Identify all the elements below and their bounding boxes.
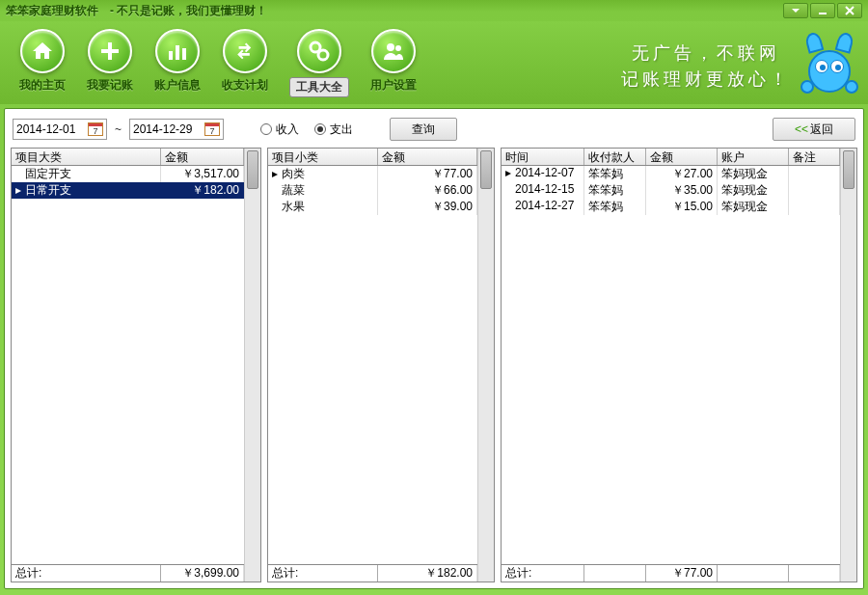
subcategory-pane: 项目小类 金额 ▸肉类 ￥77.00 蔬菜 ￥66.00 水果 xyxy=(267,148,495,582)
mascot-icon xyxy=(800,33,858,95)
home-icon xyxy=(20,29,65,73)
date-to-value: 2014-12-29 xyxy=(133,122,204,136)
footer-label: 总计: xyxy=(268,565,378,581)
radio-expense[interactable]: 支出 xyxy=(314,122,353,138)
table-footer: 总计: ￥182.00 xyxy=(268,564,477,581)
nav-label: 工具大全 xyxy=(289,77,349,97)
table-row[interactable]: 水果 ￥39.00 xyxy=(268,199,477,215)
table-row[interactable]: 2014-12-27 笨笨妈 ￥15.00 笨妈现金 xyxy=(502,199,840,215)
main-toolbar: 我的主页 我要记账 账户信息 收支计划 工具大全 用户设置 无广告，不联网 记账… xyxy=(0,21,868,104)
table-row[interactable]: ▸肉类 ￥77.00 xyxy=(268,166,477,182)
title-bar: 笨笨家庭理财软件 - 不只是记账，我们更懂理财！ xyxy=(0,0,868,21)
table-body[interactable]: ▸肉类 ￥77.00 蔬菜 ￥66.00 水果 ￥39.00 xyxy=(268,166,477,564)
calendar-icon xyxy=(204,122,220,136)
nav-users[interactable]: 用户设置 xyxy=(370,29,417,97)
svg-point-5 xyxy=(318,50,328,60)
svg-rect-3 xyxy=(182,48,186,60)
nav-label: 我要记账 xyxy=(87,77,133,94)
svg-point-6 xyxy=(387,43,394,51)
nav-record[interactable]: 我要记账 xyxy=(87,29,133,97)
vertical-scrollbar[interactable] xyxy=(840,149,856,581)
app-title: 笨笨家庭理财软件 - 不只是记账，我们更懂理财！ xyxy=(6,3,267,19)
vertical-scrollbar[interactable] xyxy=(477,149,494,581)
dropdown-button[interactable] xyxy=(783,3,808,18)
footer-amount: ￥182.00 xyxy=(378,565,477,581)
table-row[interactable]: 固定开支 ￥3,517.00 xyxy=(12,166,244,182)
table-row[interactable]: ▸2014-12-07 笨笨妈 ￥27.00 笨妈现金 xyxy=(502,166,840,182)
nav-label: 账户信息 xyxy=(154,77,201,94)
footer-amount: ￥77.00 xyxy=(646,565,718,581)
filter-bar: 2014-12-01 ~ 2014-12-29 收入 支出 查询 << 返回 xyxy=(11,115,857,144)
content-area: 2014-12-01 ~ 2014-12-29 收入 支出 查询 << 返回 xyxy=(4,108,864,589)
back-button[interactable]: << 返回 xyxy=(773,118,855,141)
vertical-scrollbar[interactable] xyxy=(244,149,260,581)
table-footer: 总计: ￥3,699.00 xyxy=(12,564,244,581)
radio-income[interactable]: 收入 xyxy=(260,122,299,138)
col-header[interactable]: 金额 xyxy=(161,149,244,165)
nav-home[interactable]: 我的主页 xyxy=(19,29,66,97)
type-radio-group: 收入 支出 xyxy=(260,122,353,138)
radio-label: 支出 xyxy=(330,122,353,138)
date-from-value: 2014-12-01 xyxy=(16,122,88,136)
minimize-button[interactable] xyxy=(810,3,835,18)
col-header[interactable]: 项目小类 xyxy=(268,149,378,165)
chart-icon xyxy=(155,29,200,73)
table-header: 项目大类 金额 xyxy=(12,149,244,166)
table-row[interactable]: 蔬菜 ￥66.00 xyxy=(268,182,477,199)
nav-label: 收支计划 xyxy=(222,77,268,94)
slogan-line2: 记账理财更放心！ xyxy=(621,67,791,93)
col-header[interactable]: 时间 xyxy=(502,149,584,165)
col-header[interactable]: 备注 xyxy=(789,149,840,165)
window-controls xyxy=(783,3,862,18)
col-header[interactable]: 项目大类 xyxy=(12,149,161,165)
close-button[interactable] xyxy=(837,3,862,18)
svg-rect-1 xyxy=(169,51,173,60)
table-body[interactable]: 固定开支 ￥3,517.00 ▸日常开支 ￥182.00 xyxy=(12,166,244,564)
gear-icon xyxy=(297,29,341,73)
tables-container: 项目大类 金额 固定开支 ￥3,517.00 ▸日常开支 ￥182.00 xyxy=(11,148,857,582)
footer-label: 总计: xyxy=(12,565,161,581)
col-header[interactable]: 收付款人 xyxy=(584,149,646,165)
nav-plan[interactable]: 收支计划 xyxy=(222,29,268,97)
svg-point-7 xyxy=(395,45,401,51)
col-header[interactable]: 账户 xyxy=(718,149,789,165)
table-body[interactable]: ▸2014-12-07 笨笨妈 ￥27.00 笨妈现金 2014-12-15 笨… xyxy=(502,166,840,564)
chevron-left-icon: << xyxy=(795,122,808,136)
table-header: 项目小类 金额 xyxy=(268,149,477,166)
date-range-separator: ~ xyxy=(115,122,122,136)
category-pane: 项目大类 金额 固定开支 ￥3,517.00 ▸日常开支 ￥182.00 xyxy=(11,148,261,582)
users-icon xyxy=(371,29,416,73)
plus-icon xyxy=(88,29,132,73)
table-header: 时间 收付款人 金额 账户 备注 xyxy=(502,149,840,166)
calendar-icon xyxy=(88,122,103,136)
transfer-icon xyxy=(223,29,267,73)
col-header[interactable]: 金额 xyxy=(646,149,718,165)
svg-rect-0 xyxy=(819,13,827,14)
row-marker-icon: ▸ xyxy=(505,166,515,179)
radio-label: 收入 xyxy=(276,122,299,138)
slogan-line1: 无广告，不联网 xyxy=(621,41,791,67)
nav-tools[interactable]: 工具大全 xyxy=(289,29,349,97)
radio-dot-icon xyxy=(260,123,272,135)
svg-rect-2 xyxy=(176,45,179,60)
query-button[interactable]: 查询 xyxy=(390,118,457,141)
radio-dot-icon xyxy=(314,123,326,135)
row-marker-icon: ▸ xyxy=(272,167,282,180)
date-from-input[interactable]: 2014-12-01 xyxy=(13,119,107,140)
table-footer: 总计: ￥77.00 xyxy=(502,564,840,581)
detail-pane: 时间 收付款人 金额 账户 备注 ▸2014-12-07 笨笨妈 ￥27.00 … xyxy=(501,148,857,582)
nav-account[interactable]: 账户信息 xyxy=(154,29,201,97)
table-row[interactable]: ▸日常开支 ￥182.00 xyxy=(12,182,244,199)
back-label: 返回 xyxy=(810,122,833,138)
row-marker-icon: ▸ xyxy=(15,183,25,197)
nav-label: 我的主页 xyxy=(19,77,66,94)
nav-label: 用户设置 xyxy=(370,77,417,94)
table-row[interactable]: 2014-12-15 笨笨妈 ￥35.00 笨妈现金 xyxy=(502,182,840,199)
slogan: 无广告，不联网 记账理财更放心！ xyxy=(621,41,791,93)
col-header[interactable]: 金额 xyxy=(378,149,477,165)
footer-amount: ￥3,699.00 xyxy=(161,565,244,581)
footer-label: 总计: xyxy=(502,565,584,581)
date-to-input[interactable]: 2014-12-29 xyxy=(129,119,224,140)
